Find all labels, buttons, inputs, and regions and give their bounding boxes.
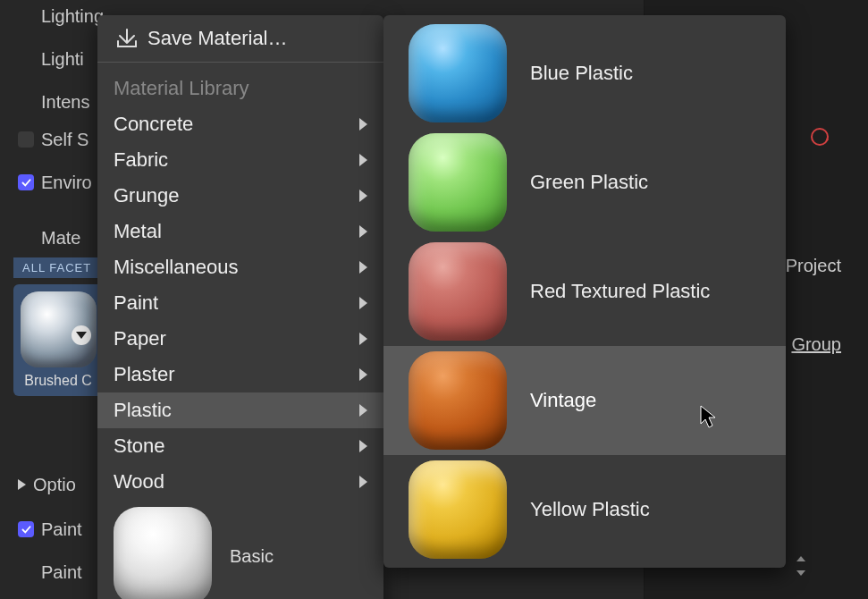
material-swatch: [409, 351, 507, 450]
category-item-paint[interactable]: Paint: [97, 285, 383, 321]
mask-icon[interactable]: [809, 125, 832, 148]
save-material-item[interactable]: Save Material…: [97, 21, 383, 56]
lighting-row: Lighti: [18, 43, 84, 75]
lighting-header: Lighting: [18, 0, 104, 32]
category-item-grunge[interactable]: Grunge: [97, 178, 383, 214]
basic-swatch: [114, 507, 212, 599]
label: Miscellaneous: [114, 256, 238, 279]
submenu-arrow-icon: [359, 261, 367, 274]
submenu-arrow-icon: [359, 333, 367, 345]
submenu-arrow-icon: [359, 368, 367, 381]
label: Plaster: [114, 363, 174, 386]
material-swatch: [409, 24, 507, 122]
environment-checkbox[interactable]: [18, 174, 34, 190]
label: Yellow Plastic: [530, 498, 650, 521]
all-facets-tab[interactable]: ALL FACET: [13, 257, 100, 278]
preview-dropdown-button[interactable]: [72, 325, 91, 345]
material-library-header: Material Library: [97, 68, 383, 106]
paint-checkbox[interactable]: [18, 521, 34, 537]
paint-row: Paint: [18, 556, 82, 588]
submenu-arrow-icon: [359, 225, 367, 238]
label: Material Library: [114, 77, 249, 100]
category-item-concrete[interactable]: Concrete: [97, 106, 383, 142]
submenu-arrow-icon: [359, 404, 367, 417]
label: Enviro: [41, 173, 92, 193]
material-swatch: [409, 242, 507, 341]
label: Lighting: [41, 6, 104, 27]
value-stepper[interactable]: [796, 556, 807, 576]
label: Lighti: [41, 49, 84, 70]
material-preview-well[interactable]: Brushed C: [13, 284, 103, 396]
label: Paper: [114, 327, 166, 350]
label: Optio: [33, 475, 76, 495]
category-item-plaster[interactable]: Plaster: [97, 357, 383, 392]
plastic-submenu: Blue PlasticGreen PlasticRed Textured Pl…: [383, 15, 786, 568]
save-icon: [115, 27, 139, 50]
environment-row: Enviro: [18, 166, 92, 198]
label: Concrete: [114, 113, 193, 136]
options-row[interactable]: Optio: [18, 468, 76, 501]
material-preview-swatch: [21, 291, 97, 367]
material-swatch: [409, 133, 507, 232]
category-item-stone[interactable]: Stone: [97, 428, 383, 464]
intensity-row: Intens: [18, 86, 89, 118]
label: Blue Plastic: [530, 62, 633, 85]
label: Self S: [41, 130, 88, 150]
category-item-fabric[interactable]: Fabric: [97, 142, 383, 178]
material-context-menu: Save Material… Material Library Concrete…: [97, 15, 383, 599]
paint-checkbox-row: Paint: [18, 513, 82, 545]
label: Wood: [114, 470, 164, 494]
material-item-red-textured-plastic[interactable]: Red Textured Plastic: [383, 237, 786, 346]
material-item-vintage[interactable]: Vintage: [383, 346, 786, 455]
category-item-wood[interactable]: Wood: [97, 464, 383, 500]
submenu-arrow-icon: [359, 154, 367, 166]
stepper-down-icon: [796, 570, 805, 576]
label: Vintage: [530, 389, 596, 412]
label: Stone: [114, 434, 165, 458]
self-shadow-checkbox[interactable]: [18, 131, 34, 148]
label: Fabric: [114, 148, 168, 172]
material-item-green-plastic[interactable]: Green Plastic: [383, 128, 786, 237]
label: Metal: [114, 220, 162, 243]
label: Intens: [41, 92, 89, 113]
cursor-icon: [699, 404, 719, 429]
label: Mate: [41, 228, 80, 249]
preview-name: Brushed C: [24, 373, 92, 389]
material-item-yellow-plastic[interactable]: Yellow Plastic: [383, 455, 786, 564]
check-icon: [21, 524, 32, 536]
label: Basic: [230, 546, 274, 567]
material-item-blue-plastic[interactable]: Blue Plastic: [383, 19, 786, 128]
disclosure-triangle-icon: [18, 479, 26, 490]
label: Green Plastic: [530, 171, 648, 194]
stepper-up-icon: [796, 556, 805, 561]
submenu-arrow-icon: [359, 190, 367, 202]
check-icon: [21, 177, 32, 189]
chevron-down-icon: [76, 332, 87, 339]
category-item-metal[interactable]: Metal: [97, 214, 383, 249]
label: Red Textured Plastic: [530, 280, 710, 303]
label: Plastic: [114, 399, 172, 422]
menu-separator: [97, 62, 383, 63]
submenu-arrow-icon: [359, 476, 367, 488]
group-label[interactable]: Group: [791, 334, 841, 355]
submenu-arrow-icon: [359, 440, 367, 452]
material-row: Mate: [18, 222, 80, 254]
mask-icon-svg: [809, 125, 832, 148]
label: Save Material…: [147, 27, 288, 50]
submenu-arrow-icon: [359, 297, 367, 309]
label: Paint: [114, 291, 158, 315]
category-item-plastic[interactable]: Plastic: [97, 392, 383, 428]
submenu-arrow-icon: [359, 118, 367, 131]
label: Grunge: [114, 184, 179, 207]
basic-material-item[interactable]: Basic: [97, 500, 383, 599]
category-item-miscellaneous[interactable]: Miscellaneous: [97, 249, 383, 285]
project-label[interactable]: Project: [786, 256, 841, 276]
label: Paint: [41, 519, 82, 540]
label: Paint: [41, 562, 82, 583]
material-swatch: [409, 460, 507, 559]
self-shadow-row: Self S: [18, 123, 88, 156]
category-item-paper[interactable]: Paper: [97, 321, 383, 357]
